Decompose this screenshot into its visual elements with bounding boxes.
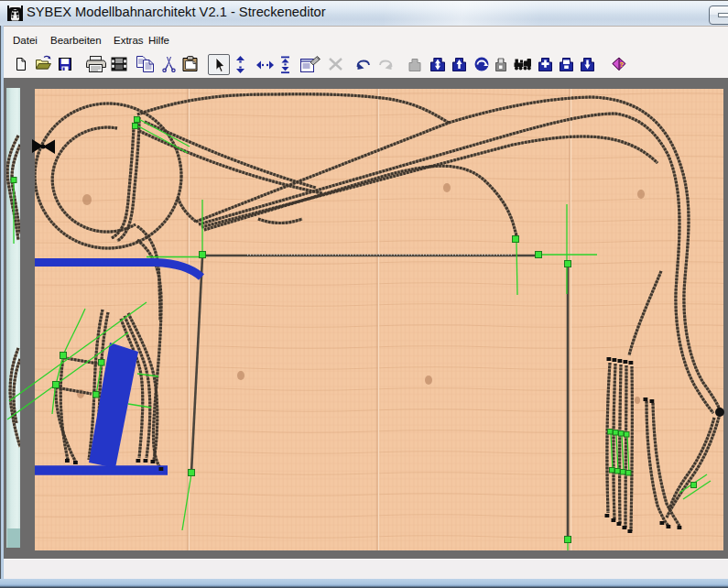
svg-text:?: ? [620, 60, 625, 69]
